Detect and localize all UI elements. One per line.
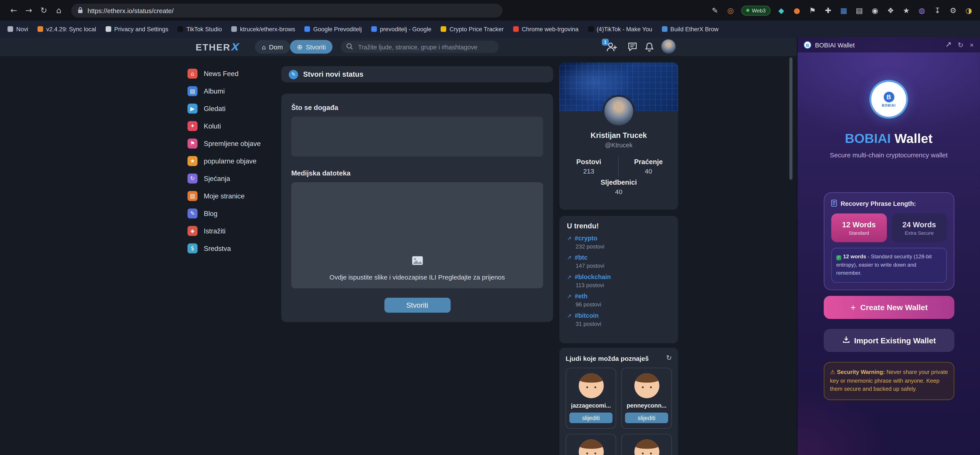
- search-input[interactable]: [357, 43, 493, 51]
- sidebar-item-memories[interactable]: ↻Sjećanja: [188, 170, 281, 187]
- people-icon[interactable]: ◉: [870, 6, 880, 15]
- trending-item[interactable]: ↗#btc147 postovi: [567, 254, 670, 269]
- suggestions-title: Ljudi koje možda poznaješ: [566, 354, 649, 362]
- profile-name[interactable]: Kristijan Trucek: [559, 131, 678, 140]
- photos-icon: ▤: [188, 86, 197, 96]
- wallet-panel-header: B BOBIAI Wallet ↻ ×: [797, 37, 980, 52]
- sidebar-item-funds[interactable]: $Sredstva: [188, 240, 281, 257]
- panel-refresh-icon[interactable]: ↻: [958, 41, 963, 49]
- sidebar-item-my-pages[interactable]: ▥Moje stranice: [188, 187, 281, 205]
- sidebar-item-blog[interactable]: ✎Blog: [188, 205, 281, 222]
- profile-icon[interactable]: ◍: [917, 6, 927, 15]
- bookmark-item[interactable]: ktrucek/etherx-brows: [231, 25, 295, 32]
- bookmark-item[interactable]: (4)TikTok - Make You: [588, 25, 652, 32]
- bookmark-item[interactable]: Novi: [8, 25, 28, 32]
- follow-button[interactable]: slijediti: [570, 412, 612, 423]
- bookmark-item[interactable]: Google Prevoditelj: [304, 25, 362, 32]
- bookmark-item[interactable]: Build EtherX Brow: [662, 25, 718, 32]
- forward-icon[interactable]: →: [21, 6, 36, 15]
- sidebar-item-albums[interactable]: ▤Albumi: [188, 82, 281, 100]
- sidebar-item-news-feed[interactable]: ⌂News Feed: [188, 65, 281, 82]
- media-dropzone[interactable]: Ovdje ispustite slike i videozapise ILI …: [291, 182, 543, 289]
- import-wallet-button[interactable]: Import Existing Wallet: [824, 329, 955, 352]
- stat-posts: Postovi213: [559, 156, 619, 177]
- address-bar[interactable]: https://etherx.io/status/create/: [71, 3, 503, 17]
- bookmark-item[interactable]: prevoditelj - Google: [371, 25, 431, 32]
- sidebar-item-reels[interactable]: ✦Koluti: [188, 117, 281, 135]
- status-input[interactable]: [291, 117, 543, 157]
- trending-item[interactable]: ↗#bitcoin31 postovi: [567, 312, 670, 327]
- page-scrollbar[interactable]: [789, 57, 792, 180]
- gear-icon[interactable]: ⚙: [948, 6, 958, 15]
- memories-icon: ↻: [188, 173, 197, 184]
- trending-item[interactable]: ↗#crypto232 postovi: [567, 235, 670, 250]
- extension-strip: ✎ ◎ Web3 ◆ ● ⚑ ✚ ▦ ▤ ◉ ❖ ★ ◍ ↧ ⚙ ◑: [710, 5, 974, 15]
- reels-icon: ✦: [188, 121, 197, 131]
- compose-form: Što se događa Medijska datoteka Ovdje is…: [281, 94, 553, 322]
- flag-icon[interactable]: ⚑: [807, 6, 818, 15]
- option-24-words[interactable]: 24 WordsExtra Secure: [892, 214, 947, 242]
- trending-item[interactable]: ↗#blockchain113 postovi: [567, 273, 670, 289]
- home-button[interactable]: ⌂Dom: [255, 40, 290, 54]
- theme-icon[interactable]: ◑: [964, 6, 974, 15]
- user-avatar[interactable]: [661, 39, 676, 54]
- cards-icon[interactable]: ▤: [854, 6, 864, 15]
- etherx-logo[interactable]: ETHERX: [196, 41, 239, 53]
- suggested-user-avatar[interactable]: [634, 373, 659, 398]
- calendar-icon[interactable]: ▦: [839, 6, 849, 15]
- sidebar-item-popular-posts[interactable]: ★popularne objave: [188, 152, 281, 170]
- add-icon[interactable]: ✚: [823, 6, 833, 15]
- back-icon[interactable]: ←: [6, 6, 21, 15]
- page-title: Stvori novi status: [303, 71, 364, 78]
- sidebar-item-explore[interactable]: ◈Istražiti: [188, 222, 281, 240]
- gem-icon[interactable]: ◆: [776, 6, 786, 15]
- puzzle-icon[interactable]: ❖: [886, 6, 896, 15]
- create-button[interactable]: ⊕Stvoriti: [290, 40, 333, 54]
- suggested-user-avatar[interactable]: [634, 439, 659, 455]
- suggested-user-avatar[interactable]: [578, 439, 603, 455]
- wallet-panel-title: BOBIAI Wallet: [815, 41, 855, 48]
- messages-button[interactable]: [628, 42, 638, 54]
- site-header: ETHERX ⌂Dom ⊕Stvoriti 1: [0, 37, 797, 56]
- create-wallet-button[interactable]: +Create New Wallet: [824, 296, 955, 319]
- wallet-logo: B BOBIAI: [869, 80, 908, 119]
- expand-icon[interactable]: [946, 41, 951, 49]
- suggested-user-name[interactable]: penneyconn...: [627, 402, 666, 409]
- sidebar-item-saved-posts[interactable]: ⚑Spremljene objave: [188, 135, 281, 152]
- browser-home-icon[interactable]: ⌂: [51, 6, 66, 15]
- bookmark-item[interactable]: v2.4.29: Sync local: [37, 25, 96, 32]
- trend-arrow-icon: ↗: [567, 254, 571, 261]
- suggested-user-name[interactable]: jazzagecomi...: [571, 402, 611, 409]
- bookmark-item[interactable]: Crypto Price Tracker: [441, 25, 504, 32]
- suggested-user-avatar[interactable]: [578, 373, 603, 398]
- search-box[interactable]: [340, 41, 499, 53]
- reload-icon[interactable]: ↻: [36, 6, 51, 15]
- trend-arrow-icon: ↗: [567, 312, 571, 319]
- sidebar-item-watch[interactable]: ▶Gledati: [188, 100, 281, 117]
- pen-icon[interactable]: ✎: [710, 6, 720, 15]
- trending-item[interactable]: ↗#eth96 postovi: [567, 293, 670, 308]
- bookmark-item[interactable]: TikTok Studio: [178, 25, 222, 32]
- follow-button[interactable]: slijediti: [625, 412, 668, 423]
- document-icon: [831, 200, 837, 208]
- suggestions-card: Ljudi koje možda poznaješ ↻ jazzagecomi.…: [559, 348, 678, 455]
- capture-icon[interactable]: ◎: [725, 6, 736, 15]
- notifications-button[interactable]: [645, 42, 654, 54]
- profile-avatar[interactable]: [603, 95, 635, 127]
- submit-status-button[interactable]: Stvoriti: [384, 298, 450, 313]
- friend-requests-button[interactable]: 1: [606, 42, 617, 54]
- stat-following: Praćenje40: [619, 156, 678, 177]
- bookmark-item[interactable]: Chrome web-trgovina: [513, 25, 579, 32]
- bookmark-item[interactable]: Privacy and Settings: [105, 25, 168, 32]
- trend-arrow-icon: ↗: [567, 293, 571, 300]
- close-icon[interactable]: ×: [970, 41, 974, 49]
- home-icon: ⌂: [188, 69, 197, 79]
- favicon: [178, 26, 183, 32]
- download-icon[interactable]: ↧: [932, 6, 943, 15]
- option-12-words[interactable]: 12 WordsStandard: [831, 214, 886, 242]
- refresh-icon[interactable]: ↻: [666, 354, 672, 362]
- star-icon[interactable]: ★: [901, 6, 911, 15]
- fox-icon[interactable]: ●: [792, 6, 802, 15]
- wallet-panel: B BOBIAI Wallet ↻ × B BOBIAI BOBIAI Wall…: [797, 37, 980, 455]
- web3-badge[interactable]: Web3: [741, 5, 770, 15]
